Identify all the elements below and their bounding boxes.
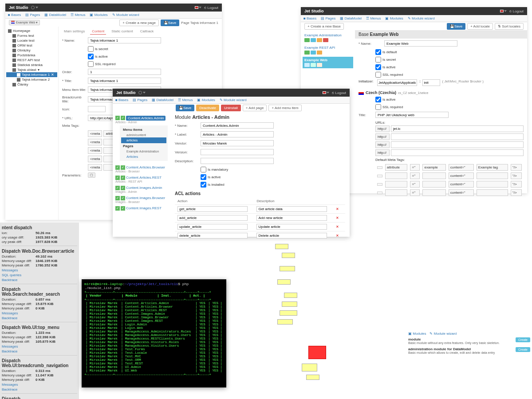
page-tree[interactable]: Homepage Forms test Locale test ORM test… — [5, 27, 59, 220]
profiler-link[interactable]: Messages — [2, 383, 77, 387]
module-item[interactable]: ✓✓ Content.Articles.RESTArticles - REST … — [114, 174, 169, 184]
acl-action-input[interactable] — [177, 215, 248, 221]
create-button[interactable]: Create — [516, 337, 530, 342]
profiler-title: ntent dispatch — [2, 225, 77, 230]
flag-us-icon[interactable] — [195, 6, 198, 9]
logout-link[interactable]: ⎋ Logout — [509, 9, 524, 13]
mod-vendor-input[interactable] — [201, 140, 274, 146]
add-menu-button[interactable]: + Add menu item — [268, 105, 301, 111]
mod-name-input[interactable] — [201, 122, 274, 129]
flag-us-icon[interactable] — [500, 10, 504, 12]
is-secret-checkbox[interactable] — [375, 57, 381, 63]
locale-active-checkbox[interactable] — [375, 97, 381, 102]
profiler-link[interactable]: Backtrace — [2, 387, 77, 391]
url-input[interactable] — [391, 125, 524, 132]
profiler-link[interactable]: Messages — [2, 311, 77, 315]
profiler-link[interactable]: Messages — [2, 344, 77, 348]
acl-desc-input[interactable] — [256, 215, 327, 221]
profiler-link[interactable]: SQL queries — [2, 273, 77, 277]
save-button[interactable]: 💾 Save — [161, 20, 179, 26]
module-form: Module Articles - Admin * Name: * Label:… — [170, 112, 350, 237]
logout-link[interactable]: ⎋ Logout — [204, 6, 218, 10]
is-active-checkbox[interactable] — [375, 64, 381, 70]
acl-action-input[interactable] — [177, 233, 248, 239]
gear-icon[interactable] — [138, 91, 142, 94]
tab-content: Content — [90, 28, 106, 35]
flag-us-icon[interactable] — [323, 91, 326, 94]
module-title: Module Articles - Admin — [175, 114, 345, 120]
name-input[interactable] — [88, 37, 161, 43]
profiler-link[interactable]: Backtrace — [2, 278, 77, 282]
base-selector[interactable]: Example Web ▾ — [9, 20, 40, 25]
name-input[interactable] — [384, 40, 457, 47]
is-active-checkbox[interactable] — [88, 54, 94, 59]
installed-checkbox[interactable] — [201, 182, 206, 188]
form-tabs[interactable]: Main settings Content Static content Cal… — [62, 28, 218, 35]
locale-header: Czech (Czechia) cs_CZ sekce_1/sekce — [359, 89, 524, 97]
delete-icon[interactable]: ✕ — [336, 225, 339, 229]
nav-bases[interactable]: ■ Bases — [8, 13, 21, 17]
locale-title-input[interactable] — [375, 112, 449, 118]
url-input[interactable] — [391, 141, 524, 148]
module-item[interactable]: ✓✓ Content.Images.BrowserImages - Browse… — [114, 195, 169, 205]
active-checkbox[interactable] — [201, 174, 206, 180]
profiler-link[interactable]: Backtrace — [2, 349, 77, 353]
add-locale-button[interactable]: + Add locale — [467, 23, 493, 30]
mod-version-input[interactable] — [201, 149, 274, 155]
meta-tags-table[interactable]: attribute="examplecontent="Example tag"/… — [375, 163, 524, 197]
initializer-row: Initializer: :: ( Jet\Mvc_Router $router… — [359, 79, 524, 86]
profiler-link[interactable]: Backtrace — [2, 316, 77, 320]
locale-ssl-checkbox[interactable] — [375, 104, 381, 110]
order-input[interactable] — [88, 69, 161, 75]
toolbar: Example Web ▾ + Create a new page 💾 Save… — [5, 19, 222, 27]
delete-icon[interactable]: ✕ — [336, 216, 339, 220]
flag-cz-icon — [359, 91, 364, 95]
ssl-checkbox[interactable] — [88, 61, 94, 67]
acl-desc-input[interactable] — [256, 224, 327, 230]
nav-modules[interactable]: ▣ Modules — [90, 13, 107, 17]
new-base-button[interactable]: + Create a new Base — [304, 23, 344, 30]
acl-desc-input[interactable] — [256, 206, 327, 212]
nav-menus[interactable]: ☰ Menus — [71, 13, 85, 17]
acl-desc-input[interactable] — [256, 233, 327, 239]
init-class-input[interactable] — [377, 79, 417, 86]
save-button[interactable]: 💾 Save — [176, 105, 194, 111]
module-item[interactable]: ✓✓ Content.Articles.BrowserArticles - Br… — [114, 164, 169, 174]
nav-pages[interactable]: ▤ Pages — [25, 13, 40, 17]
delete-icon[interactable]: ✕ — [336, 207, 339, 211]
terminal[interactable]: mirek@mirek-laptop:~/projekty/Jet/_tools… — [82, 279, 226, 387]
is-secret-checkbox[interactable] — [88, 46, 94, 52]
url-input[interactable] — [391, 149, 524, 156]
nav-datamodel[interactable]: ▦ DataModel — [44, 13, 66, 17]
sort-locales-button[interactable]: ⇅ Sort locales — [495, 23, 524, 30]
caret-down-icon[interactable] — [35, 7, 38, 8]
new-page-button[interactable]: + Create a new page — [119, 20, 159, 26]
wizard-nav[interactable]: ▣ Modules ✎ Module wizard — [408, 332, 530, 336]
profiler-link[interactable]: Messages — [2, 268, 77, 272]
title-input[interactable] — [88, 78, 161, 84]
caret-down-icon[interactable] — [199, 7, 201, 8]
mod-desc-input[interactable] — [201, 158, 274, 164]
add-page-button[interactable]: + Add page — [243, 105, 267, 111]
is-default-checkbox[interactable] — [375, 49, 381, 55]
ssl-checkbox[interactable] — [375, 72, 381, 78]
mod-label-input[interactable] — [201, 131, 274, 137]
uninstall-button[interactable]: Uninstall — [221, 105, 241, 111]
gear-icon[interactable] — [31, 6, 35, 9]
logout-link[interactable]: ⎋ Logout — [332, 91, 346, 95]
acl-action-input[interactable] — [177, 224, 248, 230]
acl-heading: ACL actions — [175, 191, 345, 196]
module-item[interactable]: ✓✓ Content.Images.REST — [114, 205, 169, 212]
deactivate-button[interactable]: Deactivate — [196, 105, 219, 111]
create-button[interactable]: Create — [516, 347, 530, 352]
init-method-input[interactable] — [422, 79, 440, 86]
mandatory-checkbox[interactable] — [201, 167, 206, 172]
save-button[interactable]: 💾 Save — [447, 23, 465, 30]
delete-icon[interactable]: ✕ — [336, 234, 339, 238]
module-list[interactable]: ✓✓ Content.Articles.Admin Articles - Adm… — [113, 112, 170, 237]
nav-wizard[interactable]: ✎ Module wizard — [112, 13, 139, 17]
icon-input[interactable] — [88, 106, 106, 112]
acl-action-input[interactable] — [177, 206, 248, 212]
url-input[interactable] — [391, 133, 524, 140]
module-item[interactable]: ✓✓ Content.Images.AdminImages - Admin — [114, 184, 169, 195]
